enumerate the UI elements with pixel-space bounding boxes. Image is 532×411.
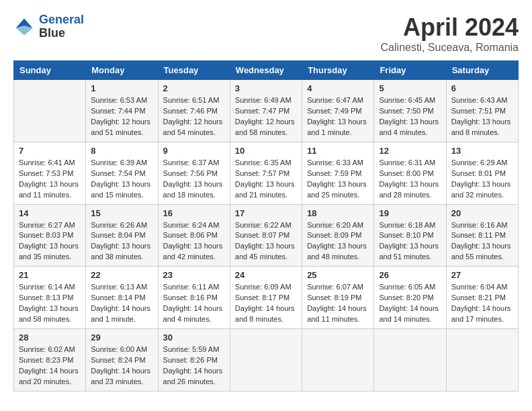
day-detail: Sunrise: 6:07 AMSunset: 8:19 PMDaylight:…	[307, 282, 369, 325]
day-detail: Sunrise: 6:27 AMSunset: 8:03 PMDaylight:…	[19, 220, 81, 263]
day-number: 8	[91, 146, 152, 156]
calendar-cell: 22 Sunrise: 6:13 AMSunset: 8:14 PMDaylig…	[86, 267, 158, 329]
month-title: April 2024	[381, 13, 519, 42]
page-header: General Blue April 2024 Calinesti, Sucea…	[13, 13, 519, 54]
calendar-cell: 19 Sunrise: 6:18 AMSunset: 8:10 PMDaylig…	[374, 204, 446, 267]
calendar-cell: 24 Sunrise: 6:09 AMSunset: 8:17 PMDaylig…	[230, 267, 302, 329]
logo-line1: General	[39, 13, 84, 26]
calendar-cell: 7 Sunrise: 6:41 AMSunset: 7:53 PMDayligh…	[14, 142, 86, 204]
day-detail: Sunrise: 6:02 AMSunset: 8:23 PMDaylight:…	[19, 345, 81, 387]
calendar-cell	[302, 329, 374, 392]
calendar-cell: 1 Sunrise: 6:53 AMSunset: 7:44 PMDayligh…	[86, 80, 158, 142]
calendar-cell: 2 Sunrise: 6:51 AMSunset: 7:46 PMDayligh…	[158, 80, 230, 142]
day-number: 27	[451, 270, 513, 280]
day-number: 14	[19, 208, 81, 218]
calendar-cell: 23 Sunrise: 6:11 AMSunset: 8:16 PMDaylig…	[158, 267, 230, 329]
calendar-cell: 28 Sunrise: 6:02 AMSunset: 8:23 PMDaylig…	[14, 329, 86, 392]
calendar-cell: 11 Sunrise: 6:33 AMSunset: 7:59 PMDaylig…	[302, 142, 374, 204]
day-detail: Sunrise: 6:31 AMSunset: 8:00 PMDaylight:…	[379, 158, 441, 201]
calendar-week-row: 7 Sunrise: 6:41 AMSunset: 7:53 PMDayligh…	[14, 142, 519, 204]
weekday-header: Tuesday	[158, 61, 230, 80]
day-detail: Sunrise: 6:05 AMSunset: 8:20 PMDaylight:…	[379, 282, 441, 325]
title-block: April 2024 Calinesti, Suceava, Romania	[381, 13, 519, 54]
day-number: 21	[19, 270, 81, 280]
day-number: 16	[163, 208, 225, 218]
day-detail: Sunrise: 6:16 AMSunset: 8:11 PMDaylight:…	[451, 220, 513, 263]
day-detail: Sunrise: 6:39 AMSunset: 7:54 PMDaylight:…	[91, 158, 152, 201]
day-number: 26	[379, 270, 441, 280]
day-detail: Sunrise: 6:22 AMSunset: 8:07 PMDaylight:…	[235, 220, 297, 263]
day-number: 11	[307, 146, 369, 156]
weekday-header: Saturday	[446, 61, 518, 80]
day-detail: Sunrise: 6:51 AMSunset: 7:46 PMDaylight:…	[163, 95, 225, 138]
day-number: 10	[235, 146, 297, 156]
day-detail: Sunrise: 6:41 AMSunset: 7:53 PMDaylight:…	[19, 158, 81, 201]
calendar-cell: 3 Sunrise: 6:49 AMSunset: 7:47 PMDayligh…	[230, 80, 302, 142]
day-number: 2	[163, 83, 225, 93]
weekday-header: Friday	[374, 61, 446, 80]
calendar-cell: 12 Sunrise: 6:31 AMSunset: 8:00 PMDaylig…	[374, 142, 446, 204]
calendar-cell: 8 Sunrise: 6:39 AMSunset: 7:54 PMDayligh…	[86, 142, 158, 204]
weekday-header: Wednesday	[230, 61, 302, 80]
day-detail: Sunrise: 6:37 AMSunset: 7:56 PMDaylight:…	[163, 158, 225, 201]
day-number: 17	[235, 208, 297, 218]
calendar-cell: 5 Sunrise: 6:45 AMSunset: 7:50 PMDayligh…	[374, 80, 446, 142]
day-detail: Sunrise: 6:18 AMSunset: 8:10 PMDaylight:…	[379, 220, 441, 263]
day-number: 23	[163, 270, 225, 280]
calendar-cell: 18 Sunrise: 6:20 AMSunset: 8:09 PMDaylig…	[302, 204, 374, 267]
day-number: 28	[19, 332, 81, 342]
calendar-cell: 10 Sunrise: 6:35 AMSunset: 7:57 PMDaylig…	[230, 142, 302, 204]
day-detail: Sunrise: 6:33 AMSunset: 7:59 PMDaylight:…	[307, 158, 369, 201]
day-detail: Sunrise: 6:49 AMSunset: 7:47 PMDaylight:…	[235, 95, 297, 138]
day-number: 24	[235, 270, 297, 280]
day-number: 30	[163, 332, 225, 342]
calendar-cell: 16 Sunrise: 6:24 AMSunset: 8:06 PMDaylig…	[158, 204, 230, 267]
weekday-header: Sunday	[14, 61, 86, 80]
calendar-cell: 20 Sunrise: 6:16 AMSunset: 8:11 PMDaylig…	[446, 204, 518, 267]
day-number: 29	[91, 332, 152, 342]
header-row: SundayMondayTuesdayWednesdayThursdayFrid…	[14, 61, 519, 80]
day-detail: Sunrise: 6:13 AMSunset: 8:14 PMDaylight:…	[91, 282, 152, 325]
calendar-cell	[230, 329, 302, 392]
logo-icon	[13, 16, 35, 38]
day-detail: Sunrise: 5:59 AMSunset: 8:26 PMDaylight:…	[163, 345, 225, 387]
calendar-week-row: 1 Sunrise: 6:53 AMSunset: 7:44 PMDayligh…	[14, 80, 519, 142]
calendar-cell	[446, 329, 518, 392]
calendar-cell: 4 Sunrise: 6:47 AMSunset: 7:49 PMDayligh…	[302, 80, 374, 142]
day-number: 19	[379, 208, 441, 218]
day-detail: Sunrise: 6:04 AMSunset: 8:21 PMDaylight:…	[451, 282, 513, 325]
day-detail: Sunrise: 6:14 AMSunset: 8:13 PMDaylight:…	[19, 282, 81, 325]
day-detail: Sunrise: 6:45 AMSunset: 7:50 PMDaylight:…	[379, 95, 441, 138]
calendar-cell: 26 Sunrise: 6:05 AMSunset: 8:20 PMDaylig…	[374, 267, 446, 329]
day-number: 3	[235, 83, 297, 93]
calendar-table: SundayMondayTuesdayWednesdayThursdayFrid…	[13, 60, 519, 392]
calendar-cell: 15 Sunrise: 6:26 AMSunset: 8:04 PMDaylig…	[86, 204, 158, 267]
calendar-cell: 21 Sunrise: 6:14 AMSunset: 8:13 PMDaylig…	[14, 267, 86, 329]
calendar-week-row: 28 Sunrise: 6:02 AMSunset: 8:23 PMDaylig…	[14, 329, 519, 392]
day-number: 9	[163, 146, 225, 156]
day-detail: Sunrise: 6:29 AMSunset: 8:01 PMDaylight:…	[451, 158, 513, 201]
logo-text: General Blue	[39, 13, 84, 40]
calendar-cell: 30 Sunrise: 5:59 AMSunset: 8:26 PMDaylig…	[158, 329, 230, 392]
day-number: 4	[307, 83, 369, 93]
day-detail: Sunrise: 6:47 AMSunset: 7:49 PMDaylight:…	[307, 95, 369, 138]
day-number: 13	[451, 146, 513, 156]
day-number: 15	[91, 208, 152, 218]
day-number: 6	[451, 83, 513, 93]
location-subtitle: Calinesti, Suceava, Romania	[381, 42, 519, 54]
day-detail: Sunrise: 6:00 AMSunset: 8:24 PMDaylight:…	[91, 345, 152, 387]
calendar-cell: 9 Sunrise: 6:37 AMSunset: 7:56 PMDayligh…	[158, 142, 230, 204]
calendar-cell: 27 Sunrise: 6:04 AMSunset: 8:21 PMDaylig…	[446, 267, 518, 329]
day-number: 25	[307, 270, 369, 280]
weekday-header: Monday	[86, 61, 158, 80]
logo-line2: Blue	[39, 27, 84, 40]
day-detail: Sunrise: 6:53 AMSunset: 7:44 PMDaylight:…	[91, 95, 152, 138]
calendar-cell: 25 Sunrise: 6:07 AMSunset: 8:19 PMDaylig…	[302, 267, 374, 329]
weekday-header: Thursday	[302, 61, 374, 80]
day-detail: Sunrise: 6:24 AMSunset: 8:06 PMDaylight:…	[163, 220, 225, 263]
day-detail: Sunrise: 6:43 AMSunset: 7:51 PMDaylight:…	[451, 95, 513, 138]
day-detail: Sunrise: 6:09 AMSunset: 8:17 PMDaylight:…	[235, 282, 297, 325]
day-number: 12	[379, 146, 441, 156]
day-number: 20	[451, 208, 513, 218]
day-number: 18	[307, 208, 369, 218]
